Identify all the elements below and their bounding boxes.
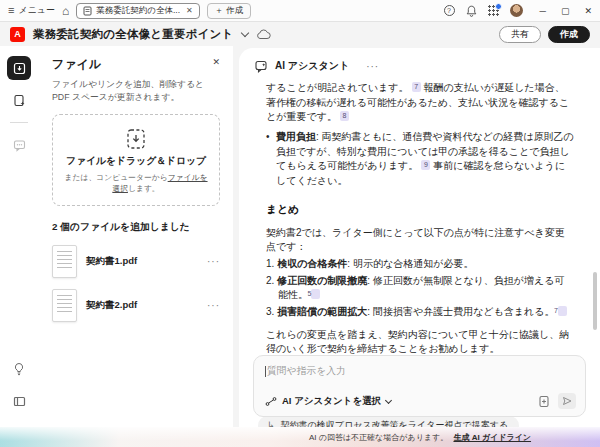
- ai-assistant-header: AI アシスタント ···: [239, 48, 600, 79]
- file-dropzone[interactable]: ファイルをドラッグ＆ドロップ または、コンピューターからファイルを選択します。: [52, 114, 220, 206]
- acrobat-logo-icon: A: [10, 27, 25, 42]
- assistant-selector-icon: [265, 396, 277, 407]
- ai-bold-text: 修正回数の制限撤廃: [277, 275, 367, 286]
- selector-chevron-down-icon: [385, 396, 392, 403]
- pdf-thumbnail: [52, 289, 77, 322]
- menu-button[interactable]: ≡ メニュー: [8, 4, 55, 17]
- prompt-placeholder: 質問や指示を入力: [267, 365, 346, 378]
- item-number: 1.: [266, 258, 274, 269]
- document-sparkle-icon[interactable]: [7, 88, 31, 112]
- ai-disclaimer-footer: AI の回答は不正確な場合があります。 生成 AI ガイドライン: [0, 427, 600, 447]
- home-icon[interactable]: ⌂: [62, 5, 69, 17]
- comments-icon[interactable]: [7, 133, 31, 157]
- ai-text: することが明記されています。: [266, 82, 409, 93]
- ai-disclaimer-text: AI の回答は不正確な場合があります。: [309, 433, 448, 442]
- files-panel-description: ファイルやリンクを追加、削除すると PDF スペースが更新されます。: [52, 78, 220, 104]
- window-maximize-icon[interactable]: ▢: [561, 6, 570, 16]
- new-tab-label: 作成: [226, 5, 243, 17]
- share-button[interactable]: 共有: [499, 26, 541, 43]
- summary-intro: 契約書2では、ライター側にとって以下の点が特に注意すべき変更点です：: [266, 226, 574, 255]
- tab-close-icon[interactable]: ✕: [186, 6, 193, 15]
- send-button[interactable]: [558, 393, 576, 409]
- window-close-icon[interactable]: ✕: [584, 6, 592, 16]
- ai-guidelines-link[interactable]: 生成 AI ガイドライン: [453, 433, 531, 442]
- workspace: ファイル ✕ ファイルやリンクを追加、削除すると PDF スペースが更新されます…: [0, 46, 600, 447]
- files-added-label: 2 個のファイルを追加しました: [52, 221, 220, 234]
- title-bar: A 業務委託契約の全体像と重要ポイント 共有 作成: [0, 22, 600, 46]
- document-tab[interactable]: 業務委託契約の全体... ✕: [76, 3, 200, 19]
- tab-document-icon: [83, 6, 92, 16]
- assistant-selector-label: AI アシスタントを選択: [282, 395, 381, 408]
- rail-divider: [10, 122, 28, 123]
- ai-assistant-panel: AI アシスタント ··· することが明記されています。7報酬の支払いが遅延した…: [239, 48, 600, 427]
- left-rail: [0, 46, 38, 427]
- share-label: 共有: [511, 28, 529, 41]
- ai-paragraph: することが明記されています。7報酬の支払いが遅延した場合、著作権の移転が遅れる可…: [266, 81, 574, 125]
- numbered-item: 3. 損害賠償の範囲拡大: 間接損害や弁護士費用なども含まれる。7: [266, 305, 574, 320]
- dropzone-hint-pre: または、コンピューターから: [64, 173, 167, 182]
- item-number: 3.: [266, 306, 274, 317]
- file-row[interactable]: 契約書1.pdf ···: [52, 245, 220, 278]
- ai-bold-text: 損害賠償の範囲拡大: [277, 306, 367, 317]
- scrollbar-thumb[interactable]: [593, 272, 597, 330]
- ai-text: : 明示的な合格通知が必要。: [347, 258, 473, 269]
- closing-paragraph: これらの変更点を踏まえ、契約内容について甲と十分に協議し、納得のいく形で契約を締…: [266, 328, 574, 357]
- citation-badge[interactable]: 5: [311, 289, 320, 299]
- dropzone-hint: または、コンピューターからファイルを選択します。: [61, 172, 211, 194]
- page-title: 業務委託契約の全体像と重要ポイント: [33, 27, 234, 42]
- send-icon: [562, 396, 572, 406]
- help-icon[interactable]: ?: [444, 5, 455, 16]
- dropzone-hint-post: します。: [128, 184, 160, 193]
- ai-bold-text: 費用負担: [276, 131, 316, 142]
- plus-icon: ＋: [215, 5, 224, 17]
- tab-title: 業務委託契約の全体...: [96, 5, 180, 17]
- file-overflow-menu-icon[interactable]: ···: [207, 300, 220, 311]
- ai-text: : 間接損害や弁護士費用なども含まれる。: [367, 306, 554, 317]
- hamburger-icon: ≡: [8, 5, 14, 16]
- citation-badge[interactable]: 8: [340, 111, 349, 121]
- chip-arrow-icon: ↳: [267, 419, 275, 427]
- ai-overflow-menu-icon[interactable]: ···: [366, 61, 379, 72]
- app-switcher-icon[interactable]: [488, 5, 499, 16]
- ai-assistant-icon: [255, 60, 268, 73]
- window-minimize-icon[interactable]: ─: [540, 6, 546, 16]
- file-name: 契約書2.pdf: [86, 299, 137, 312]
- summary-heading: まとめ: [266, 202, 574, 218]
- prompt-composer[interactable]: 質問や指示を入力 AI アシスタントを選択: [253, 355, 586, 417]
- file-name: 契約書1.pdf: [86, 255, 137, 268]
- user-avatar[interactable]: [510, 4, 523, 17]
- citation-badge[interactable]: 9: [421, 160, 430, 170]
- create-label: 作成: [560, 28, 578, 41]
- suggestion-chip[interactable]: ↳ 契約書の検収プロセス改善策をライター視点で提案する: [258, 416, 519, 427]
- upload-icon: [124, 127, 148, 151]
- panel-toggle-icon[interactable]: [7, 389, 31, 413]
- menu-label: メニュー: [18, 4, 55, 17]
- new-tab-button[interactable]: ＋ 作成: [207, 3, 252, 19]
- file-row[interactable]: 契約書2.pdf ···: [52, 289, 220, 322]
- cloud-status-icon: [256, 29, 271, 40]
- browser-bar: ≡ メニュー ⌂ 業務委託契約の全体... ✕ ＋ 作成 ? ─ ▢ ✕: [0, 0, 600, 22]
- numbered-item: 1. 検収の合格条件: 明示的な合格通知が必要。: [266, 257, 574, 272]
- ai-bullet-item: 費用負担: 両契約書ともに、通信費や資料代などの経費は原則乙の負担ですが、特別な…: [266, 130, 574, 189]
- suggestion-label: 契約書の検収プロセス改善策をライター視点で提案する: [281, 419, 509, 427]
- prompt-input[interactable]: 質問や指示を入力: [265, 365, 575, 378]
- create-button[interactable]: 作成: [548, 26, 590, 43]
- lightbulb-icon[interactable]: [7, 357, 31, 381]
- files-panel: ファイル ✕ ファイルやリンクを追加、削除すると PDF スペースが更新されます…: [38, 46, 233, 427]
- title-chevron-down-icon[interactable]: [240, 28, 248, 36]
- ai-assistant-title: AI アシスタント: [275, 59, 349, 73]
- citation-badge[interactable]: 7: [558, 306, 567, 316]
- files-panel-close-icon[interactable]: ✕: [212, 56, 220, 67]
- text-cursor: [265, 366, 266, 377]
- dropzone-title: ファイルをドラッグ＆ドロップ: [66, 155, 206, 168]
- attach-document-icon[interactable]: [538, 395, 550, 408]
- assistant-selector[interactable]: AI アシスタントを選択: [265, 395, 391, 408]
- files-panel-title: ファイル: [52, 56, 101, 73]
- numbered-item: 2. 修正回数の制限撤廃: 修正回数が無制限となり、負担が増える可能性。5: [266, 274, 574, 303]
- file-overflow-menu-icon[interactable]: ···: [207, 256, 220, 267]
- citation-badge[interactable]: 7: [412, 82, 421, 92]
- notifications-bell-icon[interactable]: [466, 5, 477, 17]
- ai-bold-text: 検収の合格条件: [277, 258, 347, 269]
- pdf-thumbnail: [52, 245, 77, 278]
- files-panel-icon[interactable]: [7, 56, 31, 80]
